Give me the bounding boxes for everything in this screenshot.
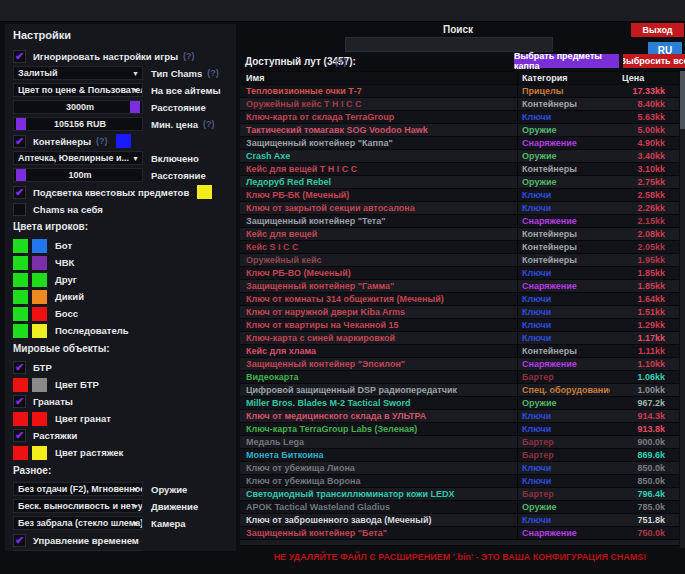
table-row[interactable]: Кейс для вещей T H I C CКонтейнеры3.10kk	[240, 163, 679, 176]
table-row[interactable]: Цифровой защищенный DSP радиопередатчикС…	[240, 384, 679, 397]
color-swatch[interactable]	[13, 256, 28, 270]
item-category: Ключи	[518, 515, 610, 525]
table-row[interactable]: Crash AxeОружие3.40kk	[240, 150, 679, 163]
checkbox[interactable]: ✔	[13, 395, 26, 408]
table-row[interactable]: Ключ от закрытой секции автосалонаКлючи2…	[240, 202, 679, 215]
slider-control[interactable]: 3000m	[13, 100, 143, 114]
color-swatch[interactable]	[32, 324, 47, 338]
table-row[interactable]: Ключ-карта с синей маркировкойКлючи1.17k…	[240, 332, 679, 345]
table-row[interactable]: Тактический томагавк SOG Voodoo HawkОруж…	[240, 124, 679, 137]
slider-control[interactable]: 100m	[13, 168, 143, 182]
table-row[interactable]: Кейс S I C CКонтейнеры2.05kk	[240, 241, 679, 254]
item-category: Снаряжение	[518, 138, 610, 148]
table-row[interactable]: Защищенный контейнер "Тета"Снаряжение2.1…	[240, 215, 679, 228]
loot-table-scrollbar[interactable]	[680, 71, 685, 548]
table-row[interactable]: Ключ от комнаты 314 общежития (Меченый)К…	[240, 293, 679, 306]
color-swatch[interactable]	[13, 290, 28, 304]
checkbox[interactable]: ✔	[13, 186, 26, 199]
item-price: 2.08kk	[610, 229, 679, 239]
item-price: 1.85kk	[610, 268, 679, 278]
table-row[interactable]: APOK Tactical Wasteland GladiusОружие785…	[240, 501, 679, 514]
hint-icon: (?)	[96, 136, 108, 146]
item-price: 900.0k	[610, 437, 679, 447]
item-name: Ключ-карта TerraGroup Labs (Зеленая)	[240, 423, 518, 436]
dropdown-select[interactable]: Залитый▼	[13, 66, 143, 80]
slider-handle[interactable]	[16, 169, 26, 181]
table-row[interactable]: ВидеокартаБартер1.06kk	[240, 371, 679, 384]
checkbox[interactable]: ✔	[13, 361, 26, 374]
color-swatch[interactable]	[32, 256, 47, 270]
table-row[interactable]: Ключ от заброшенного завода (Меченый)Клю…	[240, 514, 679, 527]
checkbox[interactable]: ✔	[13, 135, 26, 148]
slider-handle[interactable]	[130, 101, 140, 113]
dump-all-button[interactable]: Выбросить все	[623, 54, 685, 68]
item-price: 914.3k	[610, 411, 679, 421]
table-row[interactable]: Оружейный кейс T H I C CКонтейнеры8.40kk	[240, 98, 679, 111]
slider-control[interactable]: 105156 RUB	[13, 117, 143, 131]
slider-handle[interactable]	[16, 118, 26, 130]
color-swatch[interactable]	[13, 324, 28, 338]
checkbox[interactable]	[13, 203, 26, 216]
color-swatch[interactable]	[32, 290, 47, 304]
color-swatch[interactable]	[13, 239, 28, 253]
color-swatch[interactable]	[32, 412, 47, 426]
table-row[interactable]: Ключ от убежища ВоронаКлючи850.0k	[240, 475, 679, 488]
search-input[interactable]	[345, 37, 553, 52]
color-swatch[interactable]	[32, 239, 47, 253]
color-swatch[interactable]	[13, 273, 28, 287]
select-kappa-items-button[interactable]: Выбрать предметы каппа	[514, 54, 619, 68]
color-swatch[interactable]	[13, 446, 28, 460]
table-row[interactable]: Ледоруб Red RebelОружие2.75kk	[240, 176, 679, 189]
table-row[interactable]: Ключ РБ-ВО (Меченый)Ключи1.85kk	[240, 267, 679, 280]
color-swatch[interactable]	[32, 446, 47, 460]
item-category: Спец. оборудование	[518, 385, 610, 395]
dropdown-select[interactable]: Беск. выносливость и нет уста▼	[13, 499, 143, 513]
exit-button[interactable]: Выход	[631, 23, 684, 37]
color-swatch[interactable]	[32, 273, 47, 287]
table-row[interactable]: Ключ-карта TerraGroup Labs (Зеленая)Ключ…	[240, 423, 679, 436]
color-swatch[interactable]	[32, 378, 47, 392]
table-row[interactable]: Оружейный кейсКонтейнеры1.95kk	[240, 254, 679, 267]
color-swatch[interactable]	[32, 307, 47, 321]
table-row[interactable]: Защищенный контейнер "Бета"Снаряжение750…	[240, 527, 679, 540]
table-row[interactable]: Ключ от наружной двери Kiba ArmsКлючи1.5…	[240, 306, 679, 319]
color-swatch[interactable]	[13, 412, 28, 426]
checkbox[interactable]: ✔	[13, 534, 26, 547]
colors-row: ЧВК	[13, 255, 228, 270]
dropdown-select[interactable]: Цвет по цене & Пользователь▼	[13, 83, 143, 97]
table-row[interactable]: Светодиодный трансиллюминатор кожи LEDXБ…	[240, 488, 679, 501]
table-row[interactable]: Медаль LegaБартер900.0k	[240, 436, 679, 449]
color-swatch[interactable]	[116, 134, 131, 148]
table-row[interactable]: Ключ от убежища ЛионаКлючи850.0k	[240, 462, 679, 475]
table-row[interactable]: Защищенный контейнер "Эпсилон"Снаряжение…	[240, 358, 679, 371]
table-row[interactable]: Тепловизионные очки Т-7Прицелы17.33kk	[240, 85, 679, 98]
table-row[interactable]: Кейс для вещейКонтейнеры2.08kk	[240, 228, 679, 241]
item-name: Ключ от убежища Ворона	[240, 475, 518, 488]
slider-control[interactable]: 21h	[13, 550, 143, 551]
item-price: 3.10kk	[610, 164, 679, 174]
scrollbar-thumb[interactable]	[680, 71, 685, 129]
table-row[interactable]: Защищенный контейнер "Гамма"Снаряжение1.…	[240, 280, 679, 293]
table-row[interactable]: Ключ от медицинского склада в УЛЬТРАКлюч…	[240, 410, 679, 423]
table-row[interactable]: Ключ РБ-БК (Меченый)Ключи2.58kk	[240, 189, 679, 202]
table-row[interactable]: Ключ-карта от склада TerraGroupКлючи5.63…	[240, 111, 679, 124]
checkbox[interactable]: ✔	[13, 50, 26, 63]
item-category: Ключи	[518, 307, 610, 317]
dropdown-select[interactable]: Аптечка, Ювелирные и...▼	[13, 151, 143, 165]
table-row[interactable]: Защищенный контейнер "Каппа"Снаряжение4.…	[240, 137, 679, 150]
table-row[interactable]: Кейс для хламаКонтейнеры1.11kk	[240, 345, 679, 358]
item-price: 850.0k	[610, 463, 679, 473]
checkbox-label: Управление временем	[33, 535, 139, 546]
table-row[interactable]: Miller Bros. Blades M-2 Tactical SwordОр…	[240, 397, 679, 410]
color-swatch[interactable]	[197, 185, 212, 199]
dropdown-select[interactable]: Без отдачи (F2), Мгновенное п▼	[13, 482, 143, 496]
dropdown-select[interactable]: Без забрала (стекло шлема)▼	[13, 516, 143, 530]
color-swatch[interactable]	[13, 378, 28, 392]
chevron-down-icon: ▼	[132, 520, 139, 527]
table-row[interactable]: Ключ от квартиры на Чеканной 15Ключи1.29…	[240, 319, 679, 332]
item-category: Ключи	[518, 268, 610, 278]
color-swatch[interactable]	[13, 307, 28, 321]
colors-row: Последователь	[13, 323, 228, 338]
checkbox[interactable]: ✔	[13, 429, 26, 442]
table-row[interactable]: Монета БиткоинаБартер869.6k	[240, 449, 679, 462]
